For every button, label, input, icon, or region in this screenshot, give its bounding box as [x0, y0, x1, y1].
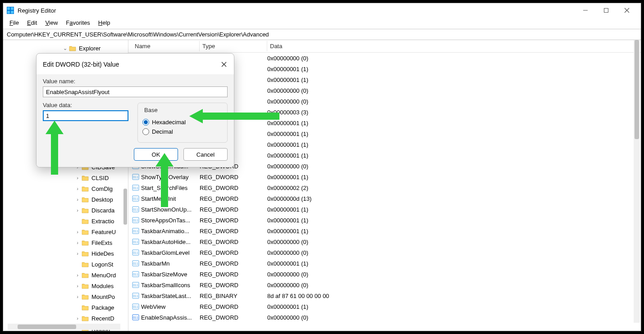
chevron-right-icon[interactable]: › — [74, 175, 81, 181]
tree-item[interactable]: ›FeatureU — [3, 226, 128, 237]
registry-value-row[interactable]: 011StartShownOnUp...REG_DWORD0x00000001 … — [128, 204, 641, 215]
chevron-right-icon[interactable]: › — [74, 229, 81, 235]
registry-value-row[interactable]: 011TaskbarAnimatio...REG_DWORD0x00000001… — [128, 226, 641, 236]
svg-text:011: 011 — [133, 186, 138, 190]
registry-value-row[interactable]: 011ShowTypeOverlayREG_DWORD0x00000001 (1… — [128, 172, 641, 182]
column-headers[interactable]: Name Type Data — [128, 40, 641, 53]
tree-item-explorer[interactable]: ⌄Explorer — [3, 43, 128, 54]
col-type[interactable]: Type — [200, 41, 267, 51]
menu-favorites[interactable]: Favorites — [66, 19, 90, 26]
tree-label: Desktop — [91, 196, 113, 203]
tree-item[interactable]: ›MenuOrd — [3, 270, 128, 280]
value-type: REG_DWORD — [200, 185, 267, 191]
tree-scrollbar-thumb[interactable] — [123, 189, 127, 225]
tree-item[interactable]: ›Modules — [3, 280, 128, 291]
value-data: 0x0000000d (13) — [267, 195, 641, 202]
chevron-right-icon[interactable]: › — [74, 272, 81, 278]
ok-button[interactable]: OK — [134, 148, 178, 161]
tree-item[interactable]: ›Desktop — [3, 194, 128, 205]
value-type: REG_DWORD — [200, 174, 267, 181]
col-name[interactable]: Name — [132, 41, 200, 51]
registry-value-row[interactable]: 011TaskbarGlomLevelREG_DWORD0x00000000 (… — [128, 247, 641, 258]
radio-dec-label: Decimal — [152, 128, 173, 135]
tree-item[interactable]: LogonSt — [3, 259, 128, 270]
tree-item[interactable]: Extractio — [3, 216, 128, 226]
chevron-right-icon[interactable]: › — [74, 283, 81, 289]
tree-label: HideDes — [91, 250, 114, 257]
horizontal-scrollbar[interactable] — [8, 324, 120, 330]
registry-value-row[interactable]: 011StartMenuInitREG_DWORD0x0000000d (13) — [128, 193, 641, 204]
folder-icon — [82, 304, 89, 311]
value-type: REG_DWORD — [200, 206, 267, 213]
tree-label: RecentD — [91, 315, 114, 322]
maximize-button[interactable] — [596, 3, 617, 18]
svg-text:011: 011 — [133, 294, 138, 298]
folder-icon — [69, 45, 76, 51]
chevron-right-icon[interactable]: › — [74, 197, 81, 202]
chevron-right-icon[interactable]: › — [74, 251, 81, 256]
close-button[interactable] — [617, 3, 637, 18]
main-scrollbar[interactable] — [634, 40, 640, 323]
dialog-close-button[interactable] — [218, 58, 230, 71]
value-data: 0x00000003 (3) — [267, 109, 641, 116]
registry-value-row[interactable]: 011EnableSnapAssis...REG_DWORD0x00000000… — [128, 312, 641, 323]
menu-file[interactable]: File — [9, 19, 19, 26]
minimize-button[interactable] — [575, 3, 596, 18]
tree-label: ComDlg — [91, 185, 113, 192]
tree-item[interactable]: ›RecentD — [3, 313, 128, 324]
registry-value-row[interactable]: 011WebViewREG_DWORD0x00000001 (1) — [128, 301, 641, 312]
folder-icon — [82, 283, 89, 289]
svg-text:011: 011 — [133, 230, 138, 233]
value-name: StoreAppsOnTas... — [141, 217, 200, 224]
value-type: REG_DWORD — [200, 249, 267, 256]
tree-item[interactable]: ›CLSID — [3, 172, 128, 183]
tree-item[interactable]: ›ComDlg — [3, 183, 128, 194]
chevron-right-icon[interactable]: › — [74, 186, 81, 191]
tree-item[interactable]: Package — [3, 302, 128, 313]
chevron-down-icon[interactable]: ⌄ — [62, 45, 68, 51]
horizontal-scrollbar-thumb[interactable] — [18, 325, 76, 329]
main-scrollbar-thumb[interactable] — [635, 40, 639, 139]
chevron-right-icon[interactable]: › — [74, 240, 81, 245]
svg-text:011: 011 — [133, 208, 138, 211]
registry-value-row[interactable]: 011Start_SearchFilesREG_DWORD0x00000002 … — [128, 182, 641, 193]
folder-icon — [82, 175, 89, 181]
registry-value-row[interactable]: 011TaskbarSmallIconsREG_DWORD0x00000000 … — [128, 280, 641, 290]
value-data: 0x00000000 (0) — [267, 282, 641, 289]
chevron-right-icon[interactable]: › — [74, 208, 81, 213]
svg-text:011: 011 — [133, 284, 138, 287]
app-icon — [7, 7, 14, 14]
registry-value-row[interactable]: 011TaskbarMnREG_DWORD0x00000001 (1) — [128, 258, 641, 269]
value-name-input[interactable] — [43, 86, 228, 97]
tree-item[interactable]: ›FileExts — [3, 237, 128, 248]
menu-help[interactable]: Help — [98, 19, 110, 26]
folder-icon — [82, 250, 89, 257]
chevron-right-icon[interactable]: › — [74, 316, 81, 321]
menu-edit[interactable]: Edit — [27, 19, 37, 26]
chevron-right-icon[interactable]: › — [74, 294, 81, 299]
registry-value-row[interactable]: 011TaskbarStateLast...REG_BINARY8d af 87… — [128, 290, 641, 301]
registry-value-row[interactable]: 011StoreAppsOnTas...REG_DWORD0x00000001 … — [128, 215, 641, 226]
address-bar[interactable]: Computer\HKEY_CURRENT_USER\Software\Micr… — [3, 29, 641, 40]
base-fieldset: Base Hexadecimal Decimal — [137, 103, 228, 143]
folder-icon — [82, 239, 89, 246]
value-data-input[interactable] — [43, 110, 128, 121]
value-data: 0x00000000 (0) — [267, 239, 641, 245]
value-type: REG_BINARY — [200, 293, 267, 299]
radio-decimal[interactable]: Decimal — [142, 128, 223, 135]
radio-hexadecimal[interactable]: Hexadecimal — [142, 119, 223, 126]
tree-item[interactable]: ›Discarda — [3, 205, 128, 216]
value-type: REG_DWORD — [200, 228, 267, 235]
registry-value-row[interactable]: 011TaskbarSizeMoveREG_DWORD0x00000000 (0… — [128, 269, 641, 280]
value-data: 0x00000000 (0) — [267, 98, 641, 105]
tree-item[interactable]: ›MountPo — [3, 291, 128, 302]
cancel-button[interactable]: Cancel — [183, 148, 228, 161]
folder-icon — [82, 207, 89, 213]
value-icon: 011 — [132, 195, 139, 202]
col-data[interactable]: Data — [267, 41, 641, 51]
menu-view[interactable]: View — [45, 19, 58, 26]
folder-icon — [82, 196, 89, 203]
tree-item[interactable]: ›HideDes — [3, 248, 128, 259]
value-icon: 011 — [132, 260, 139, 267]
registry-value-row[interactable]: 011TaskbarAutoHide...REG_DWORD0x00000000… — [128, 236, 641, 247]
